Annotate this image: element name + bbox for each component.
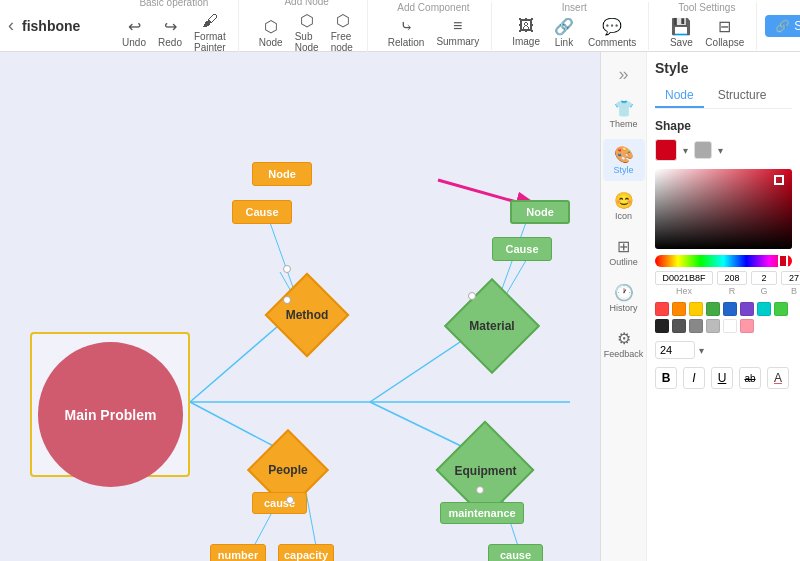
expand-icon[interactable]: » (614, 60, 632, 89)
style-btn[interactable]: 🎨 Style (603, 139, 645, 181)
swatch-orange[interactable] (672, 302, 686, 316)
r-label: R (729, 286, 736, 296)
fill-dropdown-arrow[interactable]: ▾ (683, 145, 688, 156)
node2-rect[interactable]: Node (510, 200, 570, 224)
main-problem-node[interactable]: Main Problem (38, 342, 183, 487)
redo-button[interactable]: ↪ Redo (154, 15, 186, 50)
save-icon: 💾 (671, 17, 691, 36)
back-arrow[interactable]: ‹ (8, 15, 14, 36)
toolbar-group-basic: Basic operation ↩ Undo ↪ Redo 🖌 Format P… (110, 0, 239, 55)
redo-label: Redo (158, 37, 182, 48)
swatch-darkgray[interactable] (655, 319, 669, 333)
tab-structure[interactable]: Structure (708, 84, 777, 108)
node-label: Node (259, 37, 283, 48)
insert-label: Insert (562, 2, 587, 13)
node1-rect[interactable]: Node (252, 162, 312, 186)
strikethrough-button[interactable]: ab (739, 367, 761, 389)
collapse-button[interactable]: ⊟ Collapse (701, 15, 748, 50)
link-button[interactable]: 🔗 Link (548, 15, 580, 50)
color-gradient-picker[interactable] (655, 169, 792, 249)
swatch-lightgreen[interactable] (774, 302, 788, 316)
tool-settings-icons: 💾 Save ⊟ Collapse (665, 15, 748, 50)
toolbar-group-add-component: Add Component ⤷ Relation ≡ Summary (376, 2, 493, 50)
relation-button[interactable]: ⤷ Relation (384, 15, 429, 50)
method-node[interactable]: Method (272, 280, 342, 350)
number-label: number (218, 549, 258, 561)
node-button[interactable]: ⬡ Node (255, 15, 287, 50)
maintenance-rect[interactable]: maintenance (440, 502, 524, 524)
swatch-cyan[interactable] (757, 302, 771, 316)
b-input-group: 27 B (781, 271, 800, 296)
image-icon: 🖼 (518, 17, 534, 35)
text-format-row: B I U ab A (655, 367, 792, 389)
tab-structure-label: Structure (718, 88, 767, 102)
outline-btn[interactable]: ⊞ Outline (603, 231, 645, 273)
share-button[interactable]: 🔗 Share (765, 15, 800, 37)
hex-input[interactable]: D0021B8F (655, 271, 713, 285)
undo-button[interactable]: ↩ Undo (118, 15, 150, 50)
add-node-icons: ⬡ Node ⬡ Sub Node ⬡ Free node (255, 9, 359, 55)
stroke-dropdown-arrow[interactable]: ▾ (718, 145, 723, 156)
g-input[interactable]: 2 (751, 271, 777, 285)
swatch-yellow[interactable] (689, 302, 703, 316)
swatch-midgray[interactable] (689, 319, 703, 333)
r-input[interactable]: 208 (717, 271, 747, 285)
header: ‹ fishbone Basic operation ↩ Undo ↪ Redo… (0, 0, 800, 52)
italic-button[interactable]: I (683, 367, 705, 389)
image-button[interactable]: 🖼 Image (508, 15, 544, 49)
cause4-rect[interactable]: cause (488, 544, 543, 561)
capacity-rect[interactable]: capacity (278, 544, 334, 561)
comments-button[interactable]: 💬 Comments (584, 15, 640, 50)
swatch-pink[interactable] (740, 319, 754, 333)
swatch-lightgray[interactable] (706, 319, 720, 333)
font-size-dropdown[interactable]: ▾ (699, 345, 704, 356)
connector3 (468, 292, 476, 300)
feedback-btn[interactable]: ⚙ Feedback (603, 323, 645, 365)
bold-button[interactable]: B (655, 367, 677, 389)
outline-icon: ⊞ (617, 237, 630, 256)
theme-btn[interactable]: 👕 Theme (603, 93, 645, 135)
hue-slider[interactable] (655, 255, 792, 267)
free-node-button[interactable]: ⬡ Free node (327, 9, 359, 55)
tool-settings-bar: 🔗 Share 📤 Export (765, 14, 800, 38)
canvas[interactable]: Main Problem Method Material People Equi… (0, 52, 600, 561)
swatch-purple[interactable] (740, 302, 754, 316)
style-panel-title: Style (655, 60, 688, 76)
swatch-white[interactable] (723, 319, 737, 333)
sub-node-icon: ⬡ (300, 11, 314, 30)
basic-op-icons: ↩ Undo ↪ Redo 🖌 Format Painter (118, 10, 230, 55)
icon-btn[interactable]: 😊 Icon (603, 185, 645, 227)
side-icons-bar: » 👕 Theme 🎨 Style 😊 Icon ⊞ Outline 🕐 His… (601, 52, 647, 561)
node2-label: Node (526, 206, 554, 218)
history-btn[interactable]: 🕐 History (603, 277, 645, 319)
fill-color-swatch[interactable] (655, 139, 677, 161)
tab-node[interactable]: Node (655, 84, 704, 108)
font-size-input[interactable]: 24 (655, 341, 695, 359)
material-node[interactable]: Material (452, 286, 532, 366)
maintenance-label: maintenance (448, 507, 515, 519)
swatch-red[interactable] (655, 302, 669, 316)
cause2-rect[interactable]: Cause (492, 237, 552, 261)
stroke-color-swatch[interactable] (694, 141, 712, 159)
swatch-gray[interactable] (672, 319, 686, 333)
save-button[interactable]: 💾 Save (665, 15, 697, 50)
swatch-blue[interactable] (723, 302, 737, 316)
swatch-green[interactable] (706, 302, 720, 316)
cause2-label: Cause (505, 243, 538, 255)
text-color-button[interactable]: A (767, 367, 789, 389)
b-input[interactable]: 27 (781, 271, 800, 285)
equipment-node[interactable]: Equipment (443, 428, 528, 513)
feedback-icon: ⚙ (617, 329, 631, 348)
main-area: Main Problem Method Material People Equi… (0, 52, 800, 561)
relation-icon: ⤷ (400, 17, 413, 36)
number-rect[interactable]: number (210, 544, 266, 561)
cause1-rect[interactable]: Cause (232, 200, 292, 224)
theme-label: Theme (609, 119, 637, 129)
history-label: History (609, 303, 637, 313)
sub-node-button[interactable]: ⬡ Sub Node (291, 9, 323, 55)
underline-button[interactable]: U (711, 367, 733, 389)
format-painter-button[interactable]: 🖌 Format Painter (190, 10, 230, 55)
cause3-rect[interactable]: cause (252, 492, 307, 514)
summary-button[interactable]: ≡ Summary (432, 15, 483, 49)
icon-label: Icon (615, 211, 632, 221)
